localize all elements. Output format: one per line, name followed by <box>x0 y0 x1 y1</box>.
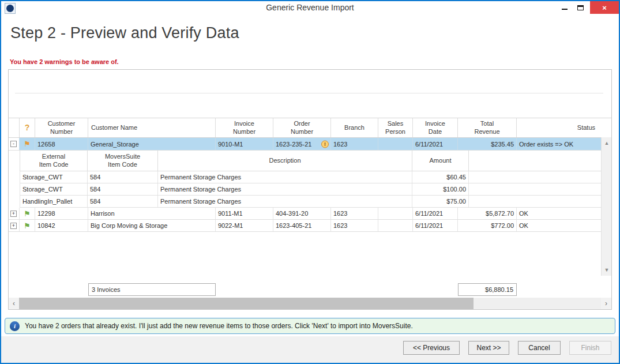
cell-external-item-code: Storage_CWT <box>20 171 88 183</box>
cell-customer-number: 10842 <box>35 220 88 231</box>
order-number-text: 1623-235-21 <box>276 141 311 148</box>
cell-amount: $100.00 <box>412 183 469 195</box>
maximize-icon <box>577 5 584 10</box>
cell-customer-number: 12298 <box>35 208 88 219</box>
cell-external-item-code: Storage_CWT <box>20 183 88 195</box>
invoice-row-10842[interactable]: + ⚑ 10842 Big Corp Moving & Storage 9022… <box>9 220 601 232</box>
row-flag-cell: ⚑ <box>20 220 35 231</box>
generic-revenue-import-window: Generic Revenue Import × Step 2 - Previe… <box>0 0 620 364</box>
minimize-icon <box>562 9 568 10</box>
cell-invoice-date: 6/11/2021 <box>413 220 458 231</box>
grid-group-area <box>9 70 611 118</box>
header-total-revenue[interactable]: Total Revenue <box>458 118 517 137</box>
invoice-row-12298[interactable]: + ⚑ 12298 Harrison 9011-M1 404-391-20 16… <box>9 208 601 220</box>
cell-invoice-number: 9011-M1 <box>216 208 273 219</box>
maximize-button[interactable] <box>573 1 588 14</box>
scroll-up-arrow-icon[interactable]: ▲ <box>602 138 611 148</box>
header-customer-number[interactable]: Customer Number <box>35 118 88 137</box>
orange-flag-icon: ⚑ <box>24 140 31 148</box>
detail-header-amount[interactable]: Amount <box>412 151 469 171</box>
cell-amount: $75.00 <box>412 196 469 207</box>
cell-external-item-code: HandlingIn_Pallet <box>20 196 88 207</box>
title-bar: Generic Revenue Import × <box>1 1 619 15</box>
cell-moverssuite-item-code: 584 <box>88 171 158 183</box>
cell-branch: 1623 <box>331 138 378 150</box>
scroll-right-arrow-icon[interactable]: › <box>601 298 611 309</box>
cell-total-revenue: $5,872.70 <box>458 208 517 219</box>
cell-total-revenue: $235.45 <box>458 138 517 150</box>
scroll-left-arrow-icon[interactable]: ‹ <box>9 298 19 309</box>
cell-filler <box>469 196 602 207</box>
minimize-button[interactable] <box>557 1 572 14</box>
wizard-footer: << Previous Next >> Cancel Finish <box>1 336 619 363</box>
next-button[interactable]: Next >> <box>468 341 509 355</box>
header-flag[interactable]: ? <box>20 118 35 137</box>
question-icon: ? <box>25 123 30 133</box>
cell-invoice-number: 9010-M1 <box>216 138 273 150</box>
info-message-bar: i You have 2 orders that already exist. … <box>5 318 615 334</box>
header-status[interactable]: Status <box>517 118 611 137</box>
cell-filler <box>469 183 602 195</box>
cell-sales-person <box>378 138 413 150</box>
cell-status: Order exists => OK <box>517 138 601 150</box>
cell-customer-name: Harrison <box>88 208 216 219</box>
detail-header-filler <box>469 151 602 171</box>
cell-moverssuite-item-code: 584 <box>88 183 158 195</box>
header-customer-name[interactable]: Customer Name <box>88 118 216 137</box>
invoice-row-12658[interactable]: - ⚑ 12658 General_Storage 9010-M1 1623-2… <box>9 138 601 151</box>
cell-customer-number: 12658 <box>35 138 88 150</box>
green-flag-icon: ⚑ <box>24 222 31 230</box>
header-order-number[interactable]: Order Number <box>273 118 331 137</box>
grid-header-row: ? Customer Number Customer Name Invoice … <box>9 118 611 138</box>
detail-row[interactable]: Storage_CWT 584 Permanent Storage Charge… <box>20 183 611 196</box>
cell-order-number: 404-391-20 <box>273 208 331 219</box>
green-flag-icon: ⚑ <box>24 210 31 217</box>
scroll-down-arrow-icon[interactable]: ▼ <box>602 265 611 275</box>
warning-message: You have 2 warnings to be aware of. <box>10 58 119 65</box>
header-invoice-number[interactable]: Invoice Number <box>216 118 273 137</box>
cell-order-number: 1623-405-21 <box>273 220 331 231</box>
expand-row-button[interactable]: + <box>10 211 17 217</box>
header-invoice-date[interactable]: Invoice Date <box>413 118 458 137</box>
detail-row[interactable]: Storage_CWT 584 Permanent Storage Charge… <box>20 171 611 183</box>
cell-filler <box>469 171 602 183</box>
cell-sales-person <box>378 220 413 231</box>
info-icon: i <box>10 321 20 331</box>
cancel-button[interactable]: Cancel <box>518 341 561 355</box>
cell-branch: 1623 <box>331 220 378 231</box>
detail-row[interactable]: HandlingIn_Pallet 584 Permanent Storage … <box>20 196 611 208</box>
cell-description: Permanent Storage Charges <box>158 171 412 183</box>
cell-customer-name: General_Storage <box>88 138 216 150</box>
horizontal-scroll-thumb[interactable] <box>19 298 474 309</box>
detail-header-external-item-code[interactable]: External Item Code <box>20 151 88 171</box>
finish-button: Finish <box>569 341 611 355</box>
close-button[interactable]: × <box>590 1 619 14</box>
detail-header-row: External Item Code MoversSuite Item Code… <box>20 151 611 171</box>
header-branch[interactable]: Branch <box>331 118 378 137</box>
cell-order-number: 1623-235-21 ! <box>273 138 331 150</box>
cell-status: OK <box>517 220 601 231</box>
cell-description: Permanent Storage Charges <box>158 196 412 207</box>
cell-branch: 1623 <box>331 208 378 219</box>
expand-row-button[interactable]: + <box>10 223 17 229</box>
cell-description: Permanent Storage Charges <box>158 183 412 195</box>
detail-header-description[interactable]: Description <box>158 151 412 171</box>
detail-header-moverssuite-item-code[interactable]: MoversSuite Item Code <box>88 151 158 171</box>
window-title: Generic Revenue Import <box>1 3 619 12</box>
total-revenue-summary: $6,880.15 <box>458 283 517 296</box>
previous-button[interactable]: << Previous <box>403 341 460 355</box>
cell-customer-name: Big Corp Moving & Storage <box>88 220 216 231</box>
row-expander-cell: + <box>9 208 20 219</box>
cell-status: OK <box>517 208 601 219</box>
horizontal-scrollbar[interactable]: ‹ › <box>9 298 611 309</box>
collapse-row-button[interactable]: - <box>10 141 17 147</box>
cell-moverssuite-item-code: 584 <box>88 196 158 207</box>
row-expander-cell: + <box>9 220 20 231</box>
vertical-scrollbar[interactable]: ▲ ▼ <box>601 137 611 276</box>
info-message: You have 2 orders that already exist. I'… <box>25 322 413 330</box>
cell-invoice-number: 9022-M1 <box>216 220 273 231</box>
header-sales-person[interactable]: Sales Person <box>378 118 413 137</box>
cell-sales-person <box>378 208 413 219</box>
group-area-divider <box>15 93 603 93</box>
cell-amount: $60.45 <box>412 171 469 183</box>
